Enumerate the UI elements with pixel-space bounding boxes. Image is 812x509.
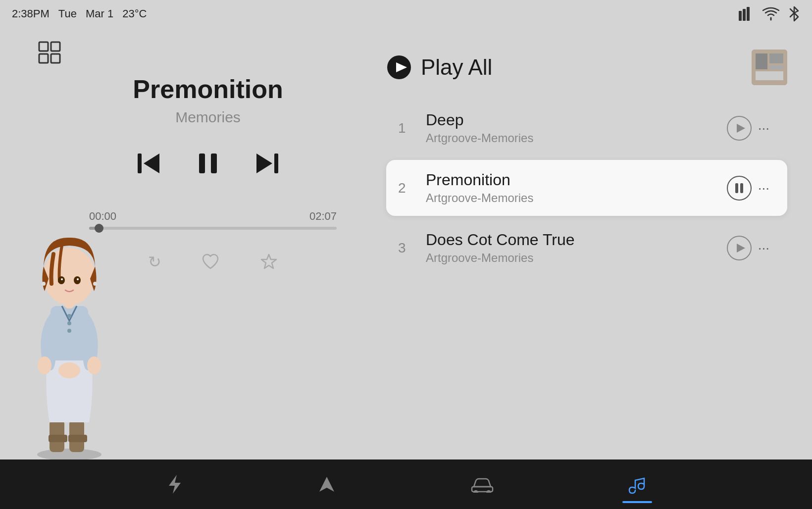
star-button[interactable] bbox=[259, 253, 278, 271]
svg-rect-9 bbox=[199, 153, 205, 173]
play-all-header: Play All bbox=[386, 50, 787, 85]
play-all-label: Play All bbox=[421, 55, 492, 80]
track-info-2: Premonition Artgroove-Memories bbox=[426, 171, 726, 205]
svg-point-26 bbox=[77, 278, 79, 280]
svg-point-19 bbox=[38, 356, 51, 374]
track-artist-3: Artgroove-Memories bbox=[426, 251, 726, 265]
track-artist-1: Artgroove-Memories bbox=[426, 131, 726, 145]
svg-marker-47 bbox=[169, 475, 181, 494]
svg-rect-3 bbox=[39, 42, 48, 51]
track-item-2[interactable]: 2 Premonition Artgroove-Memories ··· bbox=[386, 160, 787, 216]
date-display: Mar 1 bbox=[86, 7, 113, 20]
wifi-icon bbox=[762, 7, 779, 21]
svg-rect-2 bbox=[747, 7, 750, 21]
svg-rect-44 bbox=[740, 183, 743, 193]
grid-button[interactable] bbox=[36, 39, 63, 66]
time-info: 2:38PM Tue Mar 1 23°C bbox=[12, 7, 147, 20]
svg-point-42 bbox=[727, 176, 751, 200]
track-info-3: Does Cot Come True Artgroove-Memories bbox=[426, 231, 726, 265]
track-item-3[interactable]: 3 Does Cot Come True Artgroove-Memories … bbox=[386, 220, 787, 276]
total-time: 02:07 bbox=[309, 210, 337, 223]
svg-rect-38 bbox=[769, 65, 783, 69]
day-display: Tue bbox=[58, 7, 77, 20]
svg-rect-4 bbox=[51, 42, 60, 51]
grid-icon bbox=[37, 40, 62, 65]
prev-button[interactable] bbox=[134, 149, 163, 178]
svg-point-28 bbox=[93, 282, 97, 286]
svg-point-29 bbox=[67, 314, 71, 318]
svg-point-30 bbox=[67, 321, 71, 325]
album-art-icon bbox=[752, 50, 787, 85]
track-artist-2: Artgroove-Memories bbox=[426, 191, 726, 205]
status-bar: 2:38PM Tue Mar 1 23°C bbox=[0, 0, 812, 27]
pause-button[interactable] bbox=[193, 149, 223, 178]
svg-point-27 bbox=[42, 282, 46, 286]
song-album: Memories bbox=[79, 109, 337, 126]
track-number-2: 2 bbox=[398, 180, 418, 196]
track-info-1: Deep Artgroove-Memories bbox=[426, 111, 726, 145]
track-play-icon-1[interactable] bbox=[726, 115, 752, 141]
lightning-icon bbox=[166, 474, 184, 495]
track-more-2[interactable]: ··· bbox=[752, 180, 775, 196]
song-title: Premonition bbox=[79, 74, 337, 104]
svg-rect-7 bbox=[138, 153, 142, 173]
signal-icon bbox=[739, 7, 754, 21]
svg-rect-11 bbox=[274, 153, 278, 173]
track-number-3: 3 bbox=[398, 240, 418, 256]
svg-rect-39 bbox=[756, 71, 783, 80]
svg-rect-43 bbox=[735, 183, 738, 193]
svg-point-23 bbox=[58, 276, 65, 284]
svg-point-24 bbox=[74, 276, 81, 284]
track-more-1[interactable]: ··· bbox=[752, 120, 775, 136]
track-more-3[interactable]: ··· bbox=[752, 240, 775, 256]
nav-navigation[interactable] bbox=[317, 475, 336, 494]
music-icon bbox=[628, 474, 646, 494]
svg-marker-12 bbox=[256, 153, 272, 173]
album-thumbnail bbox=[752, 50, 787, 85]
time-display: 2:38PM bbox=[12, 7, 50, 20]
svg-marker-46 bbox=[737, 244, 745, 253]
track-pause-icon-2[interactable] bbox=[726, 175, 752, 201]
nav-lightning[interactable] bbox=[166, 474, 184, 495]
svg-point-13 bbox=[37, 449, 102, 459]
track-item-1[interactable]: 1 Deep Artgroove-Memories ··· bbox=[386, 100, 787, 156]
svg-point-32 bbox=[58, 362, 80, 378]
car-icon bbox=[470, 476, 495, 493]
svg-point-51 bbox=[486, 490, 491, 493]
like-button[interactable] bbox=[201, 253, 220, 271]
playlist-area: Play All 1 Deep Artgroove-Memories ··· 2 bbox=[361, 30, 812, 386]
track-number-1: 1 bbox=[398, 120, 418, 136]
svg-rect-0 bbox=[739, 11, 742, 21]
track-play-icon-3[interactable] bbox=[726, 235, 752, 261]
navigation-icon bbox=[317, 475, 336, 494]
next-button[interactable] bbox=[253, 149, 282, 178]
avatar-area bbox=[15, 202, 134, 459]
svg-marker-48 bbox=[319, 477, 334, 492]
svg-rect-37 bbox=[769, 53, 783, 63]
play-all-icon bbox=[386, 54, 412, 80]
nav-music[interactable] bbox=[628, 474, 646, 494]
svg-marker-8 bbox=[144, 153, 159, 173]
play-all-button[interactable]: Play All bbox=[386, 54, 492, 80]
track-name-3: Does Cot Come True bbox=[426, 231, 726, 249]
svg-rect-17 bbox=[68, 435, 87, 442]
svg-point-25 bbox=[61, 278, 63, 280]
repeat-button[interactable]: ↻ bbox=[148, 253, 161, 271]
svg-rect-36 bbox=[756, 53, 767, 69]
svg-rect-6 bbox=[51, 54, 60, 63]
svg-rect-15 bbox=[49, 435, 67, 442]
svg-point-31 bbox=[67, 329, 71, 333]
system-icons bbox=[739, 6, 800, 22]
bluetooth-icon bbox=[788, 6, 800, 22]
svg-point-20 bbox=[87, 356, 101, 374]
svg-marker-41 bbox=[737, 124, 745, 133]
svg-rect-5 bbox=[39, 54, 48, 63]
track-name-2: Premonition bbox=[426, 171, 726, 189]
svg-rect-10 bbox=[211, 153, 217, 173]
temp-display: 23°C bbox=[122, 7, 147, 20]
player-controls bbox=[79, 149, 337, 178]
track-name-1: Deep bbox=[426, 111, 726, 129]
nav-car[interactable] bbox=[470, 476, 495, 493]
svg-rect-1 bbox=[743, 9, 746, 21]
avatar-figure bbox=[15, 207, 124, 459]
